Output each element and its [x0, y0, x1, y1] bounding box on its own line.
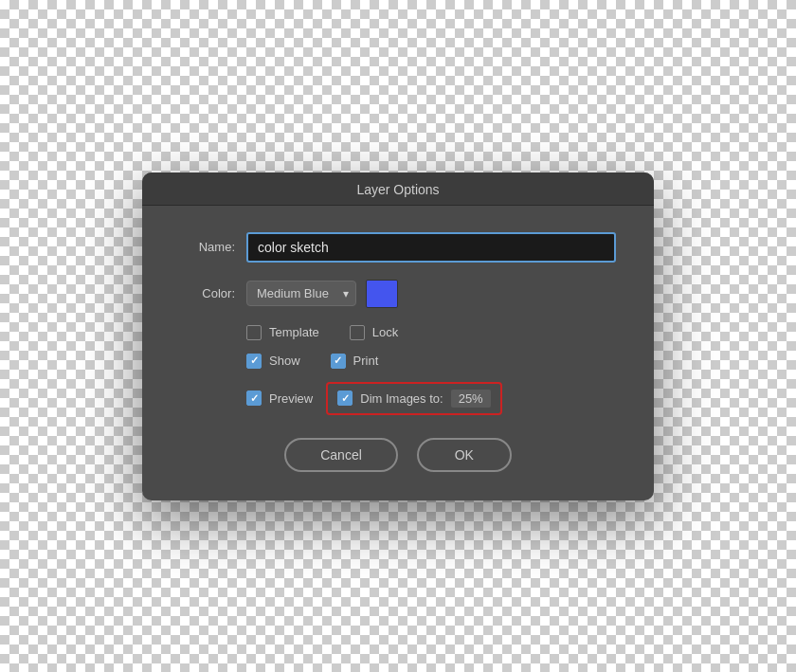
name-label: Name: — [180, 240, 235, 254]
print-checkbox[interactable] — [331, 354, 346, 369]
template-checkbox[interactable] — [246, 325, 262, 340]
preview-label: Preview — [269, 391, 313, 406]
dialog-titlebar: Layer Options — [142, 173, 654, 206]
lock-checkbox[interactable] — [350, 325, 365, 340]
dim-images-checkbox[interactable] — [337, 390, 353, 406]
preview-row: Preview Dim Images to: — [246, 382, 616, 415]
name-input[interactable] — [246, 232, 616, 263]
color-select-container: Medium Blue None Red Orange Yellow Green… — [246, 281, 356, 306]
dialog-body: Name: Color: Medium Blue None Red Orange… — [142, 206, 654, 500]
print-label: Print — [353, 354, 379, 368]
lock-label: Lock — [372, 325, 398, 339]
dim-images-label: Dim Images to: — [360, 391, 443, 406]
print-checkbox-item[interactable]: Print — [331, 354, 379, 369]
layer-options-dialog: Layer Options Name: Color: Medium Blue N… — [142, 173, 654, 500]
dim-images-input[interactable] — [451, 390, 491, 408]
template-checkbox-item[interactable]: Template — [246, 325, 319, 340]
color-label: Color: — [180, 286, 235, 300]
show-checkbox-item[interactable]: Show — [246, 354, 300, 369]
template-label: Template — [269, 325, 319, 339]
checkbox-row-1: Template Lock — [246, 325, 616, 340]
checkboxes-section: Template Lock Show Print — [246, 325, 616, 415]
show-label: Show — [269, 354, 300, 368]
color-swatch[interactable] — [366, 280, 398, 308]
show-checkbox[interactable] — [246, 354, 262, 369]
color-select[interactable]: Medium Blue None Red Orange Yellow Green… — [246, 281, 356, 306]
name-field-row: Name: — [180, 232, 616, 263]
buttons-row: Cancel OK — [180, 438, 616, 472]
color-field-row: Color: Medium Blue None Red Orange Yello… — [180, 280, 616, 308]
preview-checkbox[interactable] — [246, 390, 262, 406]
dim-images-highlighted-box: Dim Images to: — [326, 382, 501, 415]
preview-checkbox-item[interactable]: Preview — [246, 390, 313, 406]
lock-checkbox-item[interactable]: Lock — [350, 325, 398, 340]
cancel-button[interactable]: Cancel — [284, 438, 398, 472]
checkbox-row-2: Show Print — [246, 354, 616, 369]
ok-button[interactable]: OK — [417, 438, 512, 472]
dialog-title: Layer Options — [356, 182, 439, 197]
color-select-wrapper: Medium Blue None Red Orange Yellow Green… — [246, 280, 398, 308]
